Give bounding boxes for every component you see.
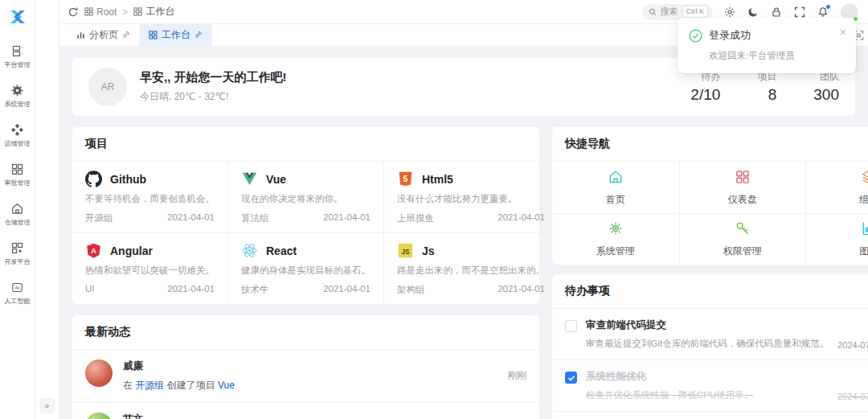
js-icon: JS: [397, 242, 414, 259]
grid-icon: [133, 7, 142, 16]
project-date: 2021-04-01: [167, 212, 215, 224]
close-icon[interactable]: ×: [840, 27, 846, 38]
sidebar-expand-button[interactable]: »: [39, 398, 55, 413]
quick-nav-components[interactable]: 组件: [805, 162, 868, 213]
project-group: 技术牛: [241, 284, 269, 296]
settings-icon[interactable]: [724, 6, 735, 18]
sidebar-item-ops[interactable]: 运维管理: [5, 124, 31, 148]
bell-icon[interactable]: [817, 6, 829, 18]
search-shortcut: Ctrl K: [682, 6, 709, 18]
project-group: 算法组: [241, 212, 269, 224]
sidebar-item-warehouse[interactable]: 仓储管理: [5, 203, 31, 227]
app-window: 平台管理 系统管理 运维管理: [0, 0, 868, 419]
tab-workbench[interactable]: 工作台: [140, 24, 212, 46]
activity-row: 威廉 在 开源组 创建了项目 Vue 刚刚: [72, 350, 539, 403]
project-vue[interactable]: Vue 现在的你决定将来的你。 算法组 2021-04-01: [227, 162, 383, 232]
quick-nav-card: 快捷导航 首页 仪表盘 组: [552, 127, 868, 265]
search-icon: [649, 8, 657, 16]
project-js[interactable]: JS Js 路是走出来的，而不是空想出来的。 架构组 2021-04-01: [383, 232, 558, 304]
html5-icon: 5: [397, 170, 414, 187]
sidebar-item-devplatform[interactable]: 开发平台: [5, 242, 31, 266]
quick-nav-system[interactable]: 系统管理: [552, 213, 679, 265]
chart-icon: [861, 220, 868, 236]
svg-text:JS: JS: [401, 248, 410, 256]
stat-projects: 项目 8: [757, 70, 776, 104]
project-group: 架构组: [397, 284, 425, 296]
tab-analysis[interactable]: 分析页: [68, 24, 140, 46]
projects-title: 项目: [72, 127, 539, 162]
welcome-title: 早安,, 开始您一天的工作吧!: [140, 70, 287, 85]
project-github[interactable]: Github 不要等待机会，而要创造机会。 开源组 2021-04-01: [72, 162, 227, 232]
toast-title: 登录成功: [709, 28, 751, 43]
todo-row-code-review: 审查前端代码提交 审查最近提交到Git仓库的前端代码，确保代码质量和规范。 20…: [552, 309, 868, 360]
warehouse-icon: [11, 203, 23, 215]
avatar: AR: [88, 68, 127, 106]
svg-text:5: 5: [403, 174, 408, 183]
sidebar-rail: 平台管理 系统管理 运维管理: [0, 0, 35, 419]
pin-icon[interactable]: [122, 30, 130, 41]
gear-icon: [608, 220, 624, 236]
group-link[interactable]: 开源组: [135, 380, 164, 391]
todo-row-performance: 系统性能优化 检查并优化系统性能，降低CPU使用率。 2024-07-30 11…: [552, 360, 868, 412]
stat-team: 团队 300: [813, 70, 839, 104]
devtools-icon: [11, 242, 23, 254]
sidebar-item-approval[interactable]: 审批管理: [5, 163, 31, 187]
checkbox-unchecked[interactable]: [565, 320, 577, 332]
breadcrumb-root[interactable]: Root: [84, 6, 117, 18]
project-link[interactable]: Vue: [218, 380, 235, 391]
projects-card: 项目 Github 不要等待机会，而要创造机会。 开源组 20: [72, 127, 539, 304]
welcome-subtitle: 今日晴, 20℃ - 32℃!: [140, 90, 287, 104]
projects-grid: Github 不要等待机会，而要创造机会。 开源组 2021-04-01: [72, 162, 539, 304]
react-icon: [241, 242, 258, 259]
quick-nav-home[interactable]: 首页: [552, 162, 679, 213]
submenu-rail: »: [35, 0, 59, 419]
github-icon: [85, 170, 102, 187]
lock-icon[interactable]: [771, 6, 782, 18]
sidebar-item-label: 审批管理: [5, 179, 31, 187]
project-html5[interactable]: 5 Html5 没有什么才能比努力更重要。 上班摸鱼 2021-04-01: [383, 162, 558, 232]
logo-x-icon: [8, 7, 27, 27]
moon-icon[interactable]: [747, 6, 759, 18]
project-date: 2021-04-01: [167, 284, 215, 294]
activity-time: 刚刚: [508, 370, 526, 382]
stat-todo: 待办 2/10: [690, 70, 720, 104]
toast-message: 欢迎回来:平台管理员: [709, 50, 845, 62]
project-date: 2021-04-01: [323, 212, 371, 224]
sidebar-item-label: 人工智能: [5, 297, 31, 306]
quick-nav-dashboard[interactable]: 仪表盘: [679, 162, 806, 213]
home-icon: [608, 169, 624, 185]
key-icon: [735, 220, 751, 236]
avatar: [85, 413, 113, 419]
project-angular[interactable]: A Angular 热情和欲望可以突破一切难关。 UI 2021-04-01: [72, 232, 227, 304]
angular-icon: A: [85, 242, 102, 259]
system-icon: [11, 84, 23, 97]
page-content: AR 早安,, 开始您一天的工作吧! 今日晴, 20℃ - 32℃! 待办 2/…: [59, 47, 868, 419]
activity-card: 最新动态 威廉 在 开源组 创建了项目 Vue 刚刚: [72, 315, 539, 419]
breadcrumb-current[interactable]: 工作台: [133, 5, 174, 18]
project-react[interactable]: React 健康的身体是实现目标的基石。 技术牛 2021-04-01: [227, 232, 383, 304]
todo-time: 2024-07-30 11:00:00: [837, 340, 868, 350]
svg-text:AI: AI: [15, 285, 20, 290]
sidebar-item-label: 运维管理: [5, 139, 31, 148]
sidebar-item-ai[interactable]: AI 人工智能: [5, 281, 31, 306]
refresh-icon[interactable]: [68, 6, 79, 18]
breadcrumb: Root > 工作台: [68, 5, 174, 18]
stats: 待办 2/10 项目 8 团队 300: [690, 70, 839, 104]
pin-icon[interactable]: [194, 30, 203, 41]
platform-icon: [11, 45, 23, 57]
todo-row-security: 安全检查 进行系统安全检查，确保没有安全漏洞或未授权的访问。 2024-07-3…: [552, 412, 868, 419]
quick-nav-grid: 首页 仪表盘 组件 系: [552, 162, 868, 265]
fullscreen-icon[interactable]: [794, 6, 805, 18]
sidebar-item-label: 开发平台: [5, 257, 31, 266]
checkbox-checked[interactable]: [565, 372, 577, 384]
sidebar-item-platform[interactable]: 平台管理: [5, 45, 31, 69]
avatar: [85, 359, 113, 387]
quick-nav-charts[interactable]: 图表: [805, 213, 868, 265]
app-logo[interactable]: [8, 7, 27, 29]
todo-title: 待办事项: [552, 274, 868, 309]
activity-title: 最新动态: [72, 315, 539, 350]
vue-icon: [241, 170, 258, 187]
quick-nav-permissions[interactable]: 权限管理: [679, 213, 806, 265]
sidebar-item-system[interactable]: 系统管理: [5, 84, 31, 109]
quick-nav-title: 快捷导航: [552, 127, 868, 162]
